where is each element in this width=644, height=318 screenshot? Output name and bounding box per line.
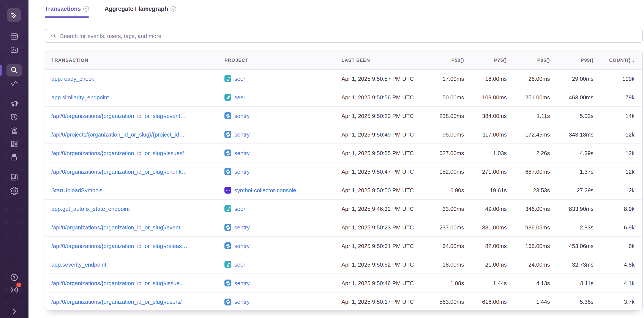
sidebar-item-dashboards[interactable] — [10, 139, 19, 149]
transaction-link[interactable]: app.similarity_endpoint — [51, 94, 109, 101]
p99-value: 8.11s — [550, 280, 594, 286]
column-header-p95[interactable]: P95() — [507, 58, 550, 63]
transaction-link[interactable]: /api/0/organizations/{organization_id_or… — [51, 280, 185, 286]
p99-value: 833.90ms — [550, 205, 594, 212]
python-icon — [225, 299, 231, 304]
table-row: /api/0/organizations/{organization_id_or… — [45, 237, 642, 255]
sidebar-item-stats[interactable] — [10, 172, 19, 182]
project-platform-icon: .NET — [224, 131, 231, 138]
help-icon[interactable]: ? — [171, 6, 176, 12]
p75-value: 49.00ms — [464, 205, 507, 212]
sidebar-item-releases[interactable] — [10, 153, 19, 162]
p99-value: 2.83s — [550, 224, 594, 230]
zigzag-line-icon — [10, 79, 19, 89]
column-header-transaction[interactable]: TRANSACTION — [45, 58, 218, 63]
transaction-link[interactable]: /api/0/organizations/{organization_id_or… — [51, 168, 187, 175]
project-link[interactable]: seer — [234, 94, 246, 101]
p75-value: 117.00ms — [464, 131, 507, 138]
sentry-logo[interactable] — [7, 8, 21, 22]
count-value: 109k — [594, 75, 642, 82]
project-link[interactable]: seer — [234, 205, 246, 212]
p95-value: 4.13s — [507, 280, 550, 286]
project-platform-icon: .NET — [224, 224, 231, 231]
tab-transactions[interactable]: Transactions ? — [45, 6, 89, 18]
project-link[interactable]: sentry — [234, 168, 250, 175]
clock-history-icon — [10, 112, 19, 122]
sidebar-item-whats-new[interactable] — [10, 285, 19, 295]
project-platform-icon: .NET — [224, 168, 231, 175]
p95-value: 26.00ms — [507, 75, 550, 82]
last-seen-value: Apr 1, 2025 9:50:17 PM UTC — [334, 298, 425, 305]
p99-value: 5.03s — [550, 113, 594, 119]
project-link[interactable]: sentry — [234, 280, 250, 286]
transaction-link[interactable]: /api/0/organizations/{organization_id_or… — [51, 298, 182, 305]
sidebar-item-feedback[interactable] — [10, 99, 19, 108]
project-link[interactable]: sentry — [234, 113, 250, 119]
project-link[interactable]: sentry — [234, 243, 250, 249]
count-value: 12k — [594, 150, 642, 156]
transaction-link[interactable]: /api/0/organizations/{organization_id_or… — [51, 150, 184, 156]
p95-value: 986.05ms — [507, 224, 550, 230]
p99-value: 29.00ms — [550, 75, 594, 82]
project-link[interactable]: sentry — [234, 131, 250, 138]
search-icon — [50, 33, 56, 39]
project-link[interactable]: sentry — [234, 298, 250, 305]
sidebar-item-issues[interactable] — [10, 32, 19, 41]
project-link[interactable]: seer — [234, 75, 246, 82]
transaction-link[interactable]: app.get_autofix_state_endpoint — [51, 205, 130, 212]
help-icon[interactable]: ? — [84, 6, 89, 12]
table-row: /api/0/organizations/{organization_id_or… — [45, 144, 642, 162]
project-platform-icon: .NET — [224, 205, 231, 212]
transaction-link[interactable]: /api/0/organizations/{organization_id_or… — [51, 113, 186, 119]
sidebar-item-search[interactable] — [10, 65, 19, 75]
transaction-link[interactable]: app.severity_endpoint — [51, 261, 106, 268]
project-link[interactable]: seer — [234, 261, 246, 268]
table-row: /api/0/organizations/{organization_id_or… — [45, 107, 642, 125]
sidebar-item-traces[interactable] — [10, 79, 19, 89]
seer-icon — [225, 76, 231, 82]
sidebar-item-alerts[interactable] — [10, 126, 19, 135]
gear-icon — [10, 186, 19, 196]
sidebar-item-replays[interactable] — [10, 112, 19, 122]
last-seen-value: Apr 1, 2025 9:50:23 PM UTC — [334, 113, 425, 119]
sidebar-item-help[interactable]: ? — [10, 273, 19, 282]
column-header-count[interactable]: COUNT() ↓ — [594, 57, 642, 63]
p50-value: 152.00ms — [425, 168, 464, 175]
project-platform-icon: .NET — [224, 75, 231, 82]
p75-value: 616.00ms — [464, 298, 507, 305]
project-link[interactable]: sentry — [234, 224, 250, 230]
tab-aggregate-flamegraph[interactable]: Aggregate Flamegraph ? — [105, 6, 176, 18]
transaction-link[interactable]: StartUploadSymbols — [51, 187, 102, 193]
column-header-p99[interactable]: P99() — [550, 58, 594, 63]
p50-value: 6.90s — [425, 187, 464, 193]
project-platform-icon: .NET — [224, 298, 231, 305]
count-value: 79k — [594, 94, 642, 101]
last-seen-value: Apr 1, 2025 9:50:31 PM UTC — [334, 243, 425, 249]
archive-box-icon — [10, 153, 19, 162]
transaction-link[interactable]: app.ready_check — [51, 75, 94, 82]
table-row: app.severity_endpoint .NET seer Apr 1, 2… — [45, 255, 642, 274]
p95-value: 24.00ms — [507, 261, 550, 268]
transaction-link[interactable]: /api/0/projects/{organization_id_or_slug… — [51, 131, 184, 138]
project-link[interactable]: sentry — [234, 150, 250, 156]
search-input[interactable] — [60, 33, 638, 39]
project-link[interactable]: symbol-collector-console — [234, 187, 296, 193]
inbox-stack-icon — [10, 32, 19, 41]
count-value: 3.7k — [594, 298, 642, 305]
project-platform-icon: .NET — [224, 94, 231, 101]
search-bar[interactable] — [45, 29, 643, 43]
sidebar-item-settings[interactable] — [10, 186, 19, 196]
python-icon — [225, 113, 231, 119]
table-row: /api/0/organizations/{organization_id_or… — [45, 162, 642, 181]
last-seen-value: Apr 1, 2025 9:50:57 PM UTC — [334, 75, 425, 82]
column-header-project[interactable]: PROJECT — [218, 58, 334, 63]
column-header-p75[interactable]: P75() — [464, 58, 507, 63]
transaction-link[interactable]: /api/0/organizations/{organization_id_or… — [51, 243, 187, 249]
column-header-last-seen[interactable]: LAST SEEN — [334, 58, 425, 63]
python-icon — [225, 132, 231, 137]
sidebar-collapse-toggle[interactable] — [10, 306, 19, 316]
column-header-p50[interactable]: P50() — [425, 58, 464, 63]
p95-value: 23.53s — [507, 187, 550, 193]
sidebar-item-explore[interactable] — [10, 45, 19, 55]
transaction-link[interactable]: /api/0/organizations/{organization_id_or… — [51, 224, 186, 230]
